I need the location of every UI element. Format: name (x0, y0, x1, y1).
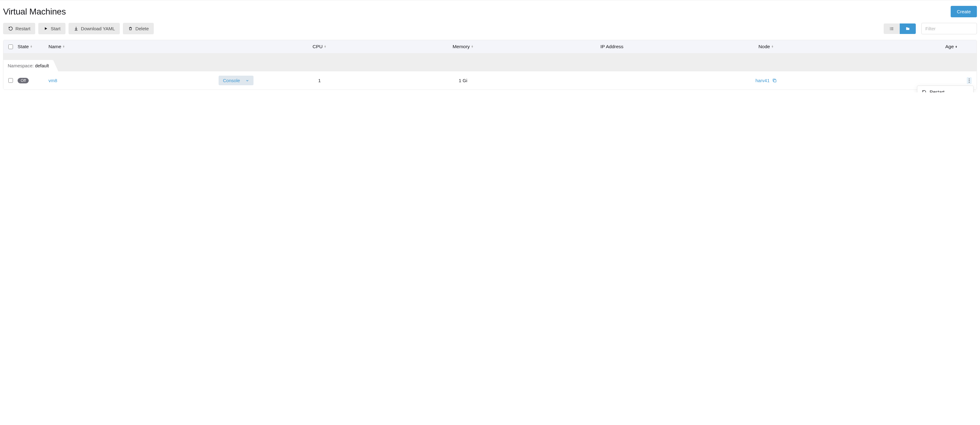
start-button[interactable]: Start (38, 23, 65, 34)
svg-point-4 (890, 29, 891, 30)
namespace-tab[interactable]: Namespace: default (3, 60, 53, 72)
filter-input[interactable] (921, 23, 977, 34)
create-button[interactable]: Create (951, 6, 977, 17)
namespace-value: default (35, 63, 49, 68)
sort-icon: ▲▼ (30, 45, 32, 48)
node-link[interactable]: harv41 (756, 78, 770, 83)
column-node[interactable]: Node ▲▼ (681, 44, 851, 49)
svg-point-0 (890, 27, 891, 28)
list-view-button[interactable] (884, 24, 900, 34)
page-title: Virtual Machines (3, 7, 66, 17)
copy-icon[interactable] (772, 78, 777, 83)
restart-icon (8, 26, 13, 31)
row-menu-button[interactable] (967, 77, 972, 84)
console-label: Console (223, 78, 240, 83)
column-memory[interactable]: Memory ▲▼ (383, 44, 543, 49)
restart-button[interactable]: Restart (3, 23, 35, 34)
svg-point-9 (969, 81, 970, 83)
trash-icon (128, 26, 133, 31)
delete-label: Delete (135, 26, 148, 31)
column-cpu[interactable]: CPU ▲▼ (256, 44, 383, 49)
cell-cpu: 1 (256, 78, 383, 83)
column-ip[interactable]: IP Address (543, 44, 681, 49)
group-band (3, 53, 977, 60)
row-action-menu: Restart Start Take Backup Take VM Snapsh… (917, 86, 974, 92)
row-checkbox[interactable] (8, 78, 13, 83)
namespace-label: Namespace: (8, 63, 35, 68)
svg-point-8 (969, 80, 970, 81)
svg-rect-1 (891, 27, 894, 27)
play-icon (43, 27, 48, 30)
sort-icon: ▲▼ (324, 45, 326, 48)
start-label: Start (51, 26, 60, 31)
select-all-checkbox[interactable] (8, 45, 13, 49)
column-age[interactable]: Age ▲▼ (851, 44, 959, 49)
console-button[interactable]: Console (219, 76, 253, 85)
status-badge: Off (18, 78, 29, 83)
menu-restart[interactable]: Restart (917, 87, 973, 92)
restart-icon (922, 90, 927, 93)
sort-icon: ▲▼ (955, 45, 958, 48)
folder-view-button[interactable] (900, 24, 916, 34)
svg-rect-6 (774, 80, 776, 82)
view-toggle (884, 24, 916, 34)
svg-point-7 (969, 78, 970, 80)
sort-icon: ▲▼ (62, 45, 65, 48)
download-icon (73, 26, 78, 31)
restart-label: Restart (16, 26, 30, 31)
delete-button[interactable]: Delete (123, 23, 153, 34)
download-yaml-button[interactable]: Download YAML (68, 23, 120, 34)
list-icon (889, 27, 894, 31)
vm-table: State ▲▼ Name ▲▼ CPU ▲▼ Memory ▲▼ IP Add… (3, 40, 977, 90)
sort-icon: ▲▼ (771, 45, 774, 48)
column-name[interactable]: Name ▲▼ (48, 44, 219, 49)
column-state[interactable]: State ▲▼ (18, 44, 48, 49)
vm-name-link[interactable]: vm8 (48, 78, 57, 83)
download-yaml-label: Download YAML (81, 26, 115, 31)
svg-point-2 (890, 29, 891, 29)
cell-memory: 1 Gi (383, 78, 543, 83)
table-row: Off vm8 Console 1 1 Gi harv41 (3, 72, 977, 89)
chevron-down-icon (245, 79, 249, 83)
folder-icon (905, 27, 910, 31)
sort-icon: ▲▼ (471, 45, 474, 48)
svg-rect-5 (891, 29, 894, 30)
